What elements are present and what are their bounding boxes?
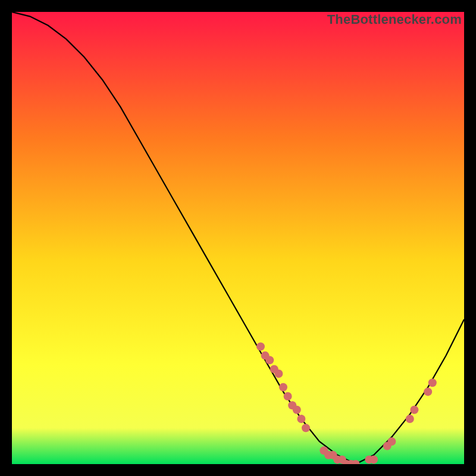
gradient-background (12, 12, 464, 464)
data-dot (284, 392, 292, 400)
watermark-text: TheBottleneсker.com (327, 12, 462, 27)
data-dot (256, 342, 265, 350)
data-dot (293, 406, 301, 414)
data-dot (297, 415, 305, 423)
data-dot (424, 387, 432, 396)
data-dot (406, 415, 414, 423)
chart-svg (12, 12, 464, 464)
data-dot (410, 406, 418, 414)
data-dot (274, 369, 283, 378)
chart-frame: TheBottleneсker.com (12, 12, 464, 464)
data-dot (387, 437, 396, 446)
data-dot (428, 378, 437, 387)
data-dot (302, 424, 310, 432)
data-dot (369, 455, 378, 464)
data-dot (279, 383, 287, 392)
data-dot (265, 356, 274, 364)
